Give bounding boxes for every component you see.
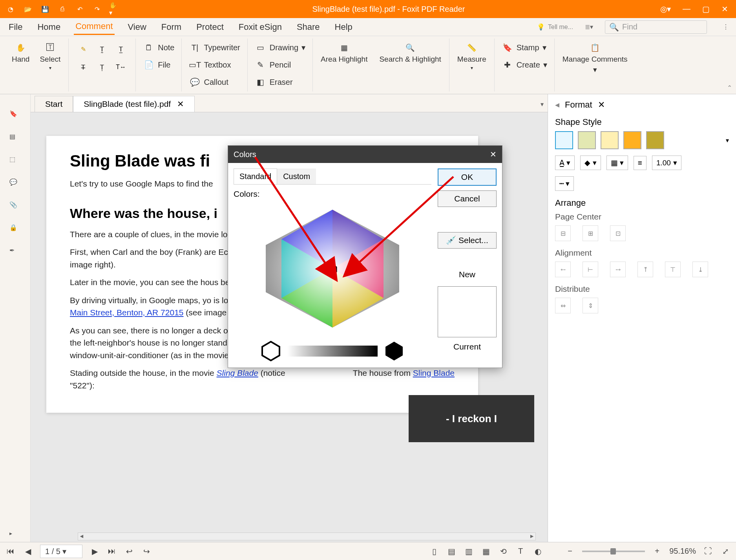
continuous-icon[interactable]: ▤ [446,546,457,556]
swatch-more-icon[interactable]: ▾ [726,137,729,144]
night-mode-icon[interactable]: ◐ [533,546,543,556]
eraser-button[interactable]: ◧Eraser [252,75,308,90]
save-icon[interactable]: 💾 [40,4,50,14]
nav-fwd-icon[interactable]: ↪ [141,546,152,556]
open-icon[interactable]: 📂 [23,4,33,14]
stamp-button[interactable]: 🔖Stamp ▾ [499,40,550,55]
distribute-h-icon[interactable]: ⇔ [555,298,571,313]
ribbon-more-icon[interactable]: ⋮ [719,23,729,31]
dash-style-control[interactable]: ┅ ▾ [555,176,574,191]
tab-document[interactable]: SlingBlade (test file).pdf✕ [73,96,195,112]
replace-icon[interactable]: T↔ [115,61,127,73]
pencil-button[interactable]: ✎Pencil [252,57,308,72]
note-button[interactable]: 🗒Note [141,40,177,55]
signatures-icon[interactable]: ✒ [9,247,21,258]
color-hexagon[interactable] [234,202,431,337]
align-top-icon[interactable]: ⤒ [637,262,653,277]
line-style-control[interactable]: ≡ [634,156,647,170]
select-tool[interactable]: 🅃Select▾ [37,40,64,72]
center-h-icon[interactable]: ⊟ [555,225,571,241]
line-width-control[interactable]: 1.00 ▾ [652,156,681,170]
nav-back-icon[interactable]: ↩ [124,546,134,556]
bookmarks-icon[interactable]: 🔖 [9,110,21,122]
collapse-ribbon-icon[interactable]: ⌃ [727,84,732,92]
attachments-icon[interactable]: 📎 [9,201,21,213]
swatch-4[interactable] [623,131,641,149]
swatch-1[interactable] [555,131,573,149]
strike-icon[interactable]: T̶ [77,61,89,73]
hand-tool[interactable]: ✋Hand [9,40,33,72]
close-tab-icon[interactable]: ✕ [177,99,184,109]
undo-icon[interactable]: ↶ [75,4,85,14]
search-highlight-button[interactable]: 🔍Search & Highlight [376,40,444,65]
opacity-control[interactable]: ▦ ▾ [606,156,628,170]
maximize-button[interactable]: ▢ [702,4,710,14]
comments-icon[interactable]: 💬 [9,178,21,190]
swatch-2[interactable] [578,131,596,149]
swatch-5[interactable] [646,131,664,149]
text-color-control[interactable]: A̲ ▾ [555,156,575,170]
page-indicator[interactable]: 1 / 5 ▾ [40,545,82,558]
underline-icon[interactable]: T̲ [115,43,127,55]
zoom-value[interactable]: 95.16% [669,547,696,556]
file-attach-button[interactable]: 📄File [141,57,177,72]
distribute-v-icon[interactable]: ⇕ [583,298,598,313]
dialog-close-icon[interactable]: ✕ [490,150,497,159]
swatch-3[interactable] [601,131,619,149]
callout-button[interactable]: 💬Callout [186,75,242,90]
align-middle-icon[interactable]: ⊤ [665,262,681,277]
ribbon-options-icon[interactable]: ≣▾ [585,23,593,31]
textbox-button[interactable]: ▭TTextbox [186,57,242,72]
fullscreen-icon[interactable]: ⤢ [720,546,731,556]
zoom-out-icon[interactable]: − [565,546,575,556]
zoom-in-icon[interactable]: + [652,546,662,556]
close-format-icon[interactable]: ✕ [598,100,605,110]
single-page-icon[interactable]: ▯ [429,546,439,556]
squiggly-icon[interactable]: T̰ [96,43,108,55]
prev-page-icon[interactable]: ◀ [23,546,33,556]
align-left-icon[interactable]: ⤌ [555,262,571,277]
tab-view[interactable]: View [126,20,148,35]
measure-button[interactable]: 📏Measure▾ [454,40,489,72]
doc-link-movie[interactable]: Sling Blade [217,368,258,377]
align-right-icon[interactable]: ⤍ [610,262,626,277]
fit-page-icon[interactable]: ⛶ [703,546,713,556]
minimize-button[interactable]: — [683,4,690,14]
reflow-icon[interactable]: ⟲ [498,546,508,556]
close-button[interactable]: ✕ [721,4,728,14]
text-view-icon[interactable]: T [515,546,526,556]
align-center-icon[interactable]: ⊢ [583,262,598,277]
cancel-button[interactable]: Cancel [438,190,497,207]
hand-qat-icon[interactable]: ✋▾ [109,4,119,14]
horizontal-scrollbar[interactable] [78,533,536,540]
tab-comment[interactable]: Comment [74,19,114,35]
layers-icon[interactable]: ⬚ [9,156,21,167]
tab-overflow-icon[interactable]: ▾ [537,97,548,112]
redo-icon[interactable]: ↷ [92,4,102,14]
area-highlight-button[interactable]: ▦Area Highlight [318,40,371,65]
manage-comments-button[interactable]: 📋Manage Comments▾ [559,40,631,76]
tab-custom[interactable]: Custom [277,168,316,184]
grayscale-row[interactable] [234,340,431,362]
facing-icon[interactable]: ▥ [464,546,474,556]
expand-nav-icon[interactable]: ▸ [9,530,21,542]
pages-icon[interactable]: ▤ [9,133,21,145]
tab-share[interactable]: Share [295,20,321,35]
create-button[interactable]: ✚Create ▾ [499,57,550,72]
caret-icon[interactable]: T̩ [96,61,108,73]
tell-me-search[interactable]: 💡 Tell me... [537,23,573,31]
tab-start[interactable]: Start [35,96,73,112]
tab-protect[interactable]: Protect [195,20,225,35]
fill-color-control[interactable]: ◆ ▾ [580,156,601,170]
continuous-facing-icon[interactable]: ▦ [481,546,491,556]
select-eyedropper-button[interactable]: 💉 Select... [438,232,497,249]
zoom-slider[interactable] [582,551,645,552]
find-box[interactable]: 🔍 Find [605,20,707,34]
center-v-icon[interactable]: ⊞ [583,225,598,241]
next-page-icon[interactable]: ▶ [89,546,100,556]
user-icon[interactable]: ◎▾ [660,4,671,14]
highlight-icon[interactable]: ✎ [77,43,89,55]
doc-link-movie-2[interactable]: Sling Blade [413,368,455,377]
last-page-icon[interactable]: ⏭ [107,546,117,556]
security-icon[interactable]: 🔒 [9,224,21,236]
